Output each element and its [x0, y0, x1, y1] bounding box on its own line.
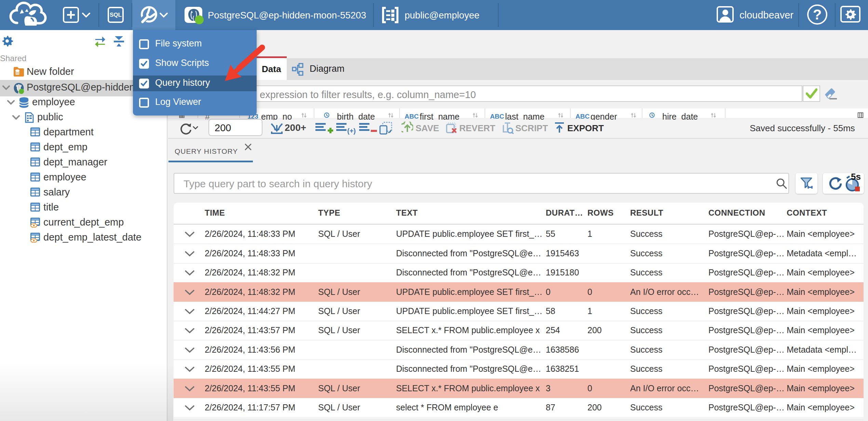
svg-text:(+): (+) — [347, 127, 356, 135]
